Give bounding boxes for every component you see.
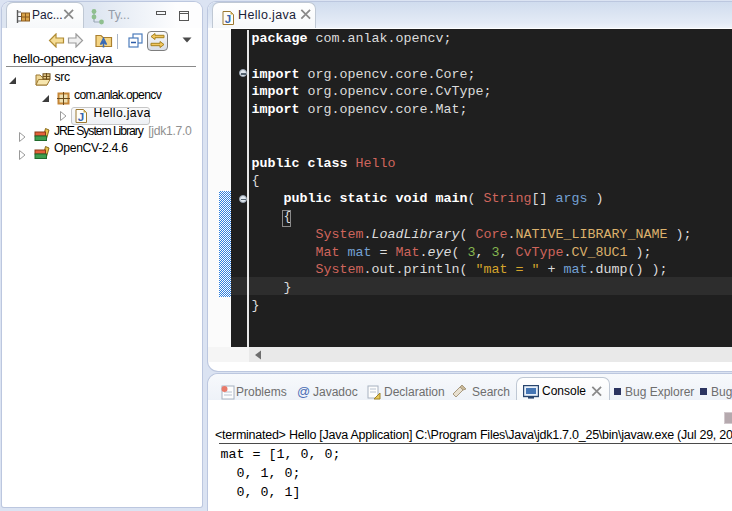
svg-text:J: J bbox=[225, 13, 231, 25]
svg-text:J: J bbox=[78, 110, 84, 122]
